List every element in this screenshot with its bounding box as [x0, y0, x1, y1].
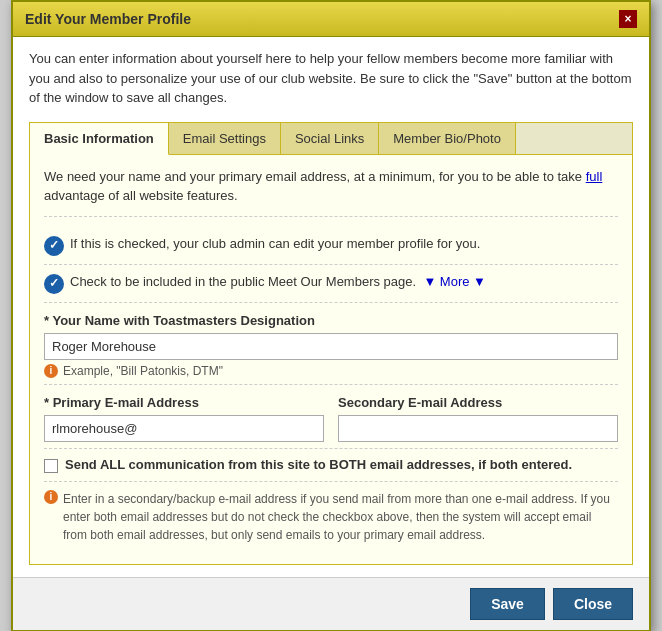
- tab-email-settings[interactable]: Email Settings: [169, 123, 281, 154]
- close-icon-button[interactable]: ×: [619, 10, 637, 28]
- name-hint: i Example, "Bill Patonkis, DTM": [44, 364, 618, 378]
- full-link[interactable]: full: [586, 169, 603, 184]
- modal-body: You can enter information about yourself…: [13, 37, 649, 577]
- secondary-email-field: Secondary E-mail Address: [338, 395, 618, 442]
- tab-member-bio-photo[interactable]: Member Bio/Photo: [379, 123, 516, 154]
- secondary-email-info-row: i Enter in a secondary/backup e-mail add…: [44, 490, 618, 544]
- primary-email-field: * Primary E-mail Address: [44, 395, 324, 442]
- secondary-email-info-icon: i: [44, 490, 58, 504]
- save-button[interactable]: Save: [470, 588, 545, 620]
- tab-content-basic: We need your name and your primary email…: [30, 155, 632, 564]
- admin-edit-checkbox[interactable]: [44, 236, 64, 256]
- tabs-container: Basic Information Email Settings Social …: [29, 122, 633, 565]
- name-field-section: * Your Name with Toastmasters Designatio…: [44, 303, 618, 385]
- more-link[interactable]: ▼ More ▼: [423, 274, 486, 289]
- modal-header: Edit Your Member Profile ×: [13, 2, 649, 37]
- modal-title: Edit Your Member Profile: [25, 11, 191, 27]
- primary-email-label: * Primary E-mail Address: [44, 395, 324, 410]
- close-button[interactable]: Close: [553, 588, 633, 620]
- name-input[interactable]: [44, 333, 618, 360]
- intro-text: You can enter information about yourself…: [29, 49, 633, 108]
- public-members-checkbox[interactable]: [44, 274, 64, 294]
- public-members-checkbox-row: Check to be included in the public Meet …: [44, 265, 618, 303]
- admin-edit-checkbox-row: If this is checked, your club admin can …: [44, 227, 618, 265]
- name-field-label: * Your Name with Toastmasters Designatio…: [44, 313, 618, 328]
- tabs-bar: Basic Information Email Settings Social …: [30, 123, 632, 155]
- both-emails-checkbox[interactable]: [44, 459, 58, 473]
- name-hint-icon: i: [44, 364, 58, 378]
- secondary-email-info: i Enter in a secondary/backup e-mail add…: [44, 482, 618, 552]
- tab-social-links[interactable]: Social Links: [281, 123, 379, 154]
- admin-edit-label: If this is checked, your club admin can …: [70, 235, 618, 253]
- tab-intro: We need your name and your primary email…: [44, 167, 618, 217]
- tab-basic-information[interactable]: Basic Information: [30, 123, 169, 155]
- primary-email-input[interactable]: [44, 415, 324, 442]
- email-row: * Primary E-mail Address Secondary E-mai…: [44, 385, 618, 449]
- secondary-email-label: Secondary E-mail Address: [338, 395, 618, 410]
- both-emails-row: Send ALL communication from this site to…: [44, 449, 618, 482]
- edit-profile-modal: Edit Your Member Profile × You can enter…: [11, 0, 651, 631]
- secondary-email-input[interactable]: [338, 415, 618, 442]
- public-members-label: Check to be included in the public Meet …: [70, 273, 618, 291]
- modal-footer: Save Close: [13, 577, 649, 630]
- both-emails-label: Send ALL communication from this site to…: [65, 457, 572, 472]
